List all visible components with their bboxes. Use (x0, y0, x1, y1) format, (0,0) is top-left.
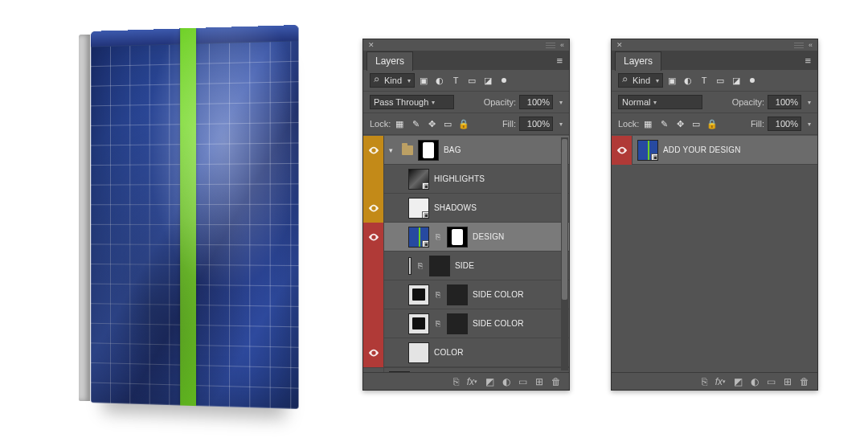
fill-field[interactable]: 100% (768, 117, 801, 131)
kind-filter[interactable]: Kind ▾ (370, 73, 415, 88)
lock-transparency-icon[interactable]: ▦ (394, 118, 405, 129)
visibility-toggle[interactable] (363, 165, 384, 194)
layer-thumbnail[interactable] (408, 284, 429, 305)
new-layer-icon[interactable]: ⊞ (535, 376, 543, 387)
blend-mode-select[interactable]: Normal ▾ (618, 95, 702, 109)
expand-toggle[interactable]: ▾ (389, 146, 397, 154)
visibility-toggle[interactable] (363, 252, 384, 280)
layer-shadows[interactable]: ▣ SHADOWS (363, 194, 569, 223)
tab-layers[interactable]: Layers (615, 51, 661, 71)
filter-adjustment-icon[interactable]: ◐ (434, 75, 445, 86)
layer-bag[interactable]: ▾ BAG (363, 136, 569, 165)
mask-thumbnail[interactable] (447, 227, 468, 248)
filter-type-icon[interactable]: T (450, 75, 461, 86)
chevron-down-icon: ▾ (656, 77, 659, 84)
filter-shape-icon[interactable]: ▭ (714, 75, 726, 86)
layer-add-your-design[interactable]: ▣ ADD YOUR DESIGN (612, 136, 817, 165)
layer-thumbnail[interactable] (408, 342, 429, 363)
layer-thumbnail[interactable]: ▣ (637, 140, 658, 161)
collapse-icon[interactable]: « (560, 41, 564, 49)
layer-side[interactable]: ⎘ SIDE (363, 252, 569, 280)
filter-pixel-icon[interactable]: ▣ (666, 75, 678, 86)
layer-thumbnail[interactable]: ▣ (408, 227, 429, 248)
new-group-icon[interactable]: ▭ (518, 376, 527, 387)
new-group-icon[interactable]: ▭ (767, 376, 776, 387)
layer-design[interactable]: ▣ ⎘ DESIGN (363, 223, 569, 252)
lock-artboard-icon[interactable]: ▭ (442, 118, 453, 129)
lock-all-icon[interactable]: 🔒 (458, 118, 469, 129)
filter-toggle[interactable] (750, 78, 755, 83)
visibility-toggle[interactable] (363, 194, 384, 223)
filter-type-icon[interactable]: T (698, 75, 710, 86)
delete-layer-icon[interactable]: 🗑 (800, 376, 809, 387)
panel-titlebar[interactable]: ✕ « (612, 39, 817, 51)
panel-titlebar[interactable]: ✕ « (363, 39, 569, 51)
layer-thumbnail[interactable]: ▣ (408, 198, 429, 219)
layer-mask-icon[interactable]: ◩ (734, 376, 743, 387)
lock-position-icon[interactable]: ✥ (674, 118, 686, 129)
eye-icon (616, 145, 628, 156)
lock-artboard-icon[interactable]: ▭ (690, 118, 702, 129)
tab-layers[interactable]: Layers (366, 51, 413, 71)
blend-row: Normal ▾ Opacity: 100% ▾ (612, 92, 817, 113)
delete-layer-icon[interactable]: 🗑 (551, 376, 561, 387)
layer-side-color-1[interactable]: ⎘ SIDE COLOR (363, 280, 569, 309)
scrollbar-thumb[interactable] (562, 139, 567, 300)
panel-grip[interactable] (794, 42, 804, 48)
lock-paint-icon[interactable]: ✎ (658, 118, 669, 129)
visibility-toggle[interactable] (363, 338, 384, 367)
adjustment-layer-icon[interactable]: ◐ (502, 376, 510, 387)
filter-adjustment-icon[interactable]: ◐ (682, 75, 694, 86)
filter-shape-icon[interactable]: ▭ (466, 75, 477, 86)
chevron-down-icon[interactable]: ▾ (559, 121, 563, 128)
layer-effects-icon[interactable]: fx▾ (715, 376, 726, 387)
chevron-down-icon[interactable]: ▾ (808, 99, 811, 106)
close-icon[interactable]: ✕ (616, 41, 623, 49)
layer-side-color-2[interactable]: ⎘ SIDE COLOR (363, 309, 569, 338)
mask-thumbnail[interactable] (429, 256, 450, 276)
panel-grip[interactable] (546, 42, 555, 48)
chevron-down-icon[interactable]: ▾ (559, 99, 563, 106)
visibility-toggle[interactable] (363, 223, 384, 252)
blend-mode-select[interactable]: Pass Through ▾ (370, 95, 454, 109)
visibility-toggle[interactable] (612, 136, 633, 165)
fill-label: Fill: (751, 119, 764, 129)
visibility-toggle[interactable] (363, 280, 384, 309)
visibility-toggle[interactable] (363, 309, 384, 338)
link-layers-icon[interactable]: ⎘ (702, 376, 707, 387)
panel-menu-icon[interactable]: ≡ (553, 53, 566, 68)
kind-label: Kind (633, 76, 650, 85)
filter-pixel-icon[interactable]: ▣ (418, 75, 429, 86)
layer-thumbnail[interactable] (408, 257, 411, 275)
scrollbar[interactable] (561, 137, 568, 370)
opacity-field[interactable]: 100% (768, 95, 801, 109)
mask-thumbnail[interactable] (447, 284, 468, 305)
layer-thumbnail[interactable] (408, 313, 429, 334)
layer-mask-icon[interactable]: ◩ (485, 376, 494, 387)
layer-effects-icon[interactable]: fx▾ (467, 376, 477, 387)
collapse-icon[interactable]: « (809, 41, 813, 49)
fill-field[interactable]: 100% (519, 117, 553, 131)
filter-smart-icon[interactable]: ◪ (482, 75, 493, 86)
mask-thumbnail[interactable] (447, 313, 468, 334)
close-icon[interactable]: ✕ (368, 41, 375, 49)
mask-thumbnail[interactable] (418, 140, 439, 161)
filter-smart-icon[interactable]: ◪ (731, 75, 742, 86)
layer-thumbnail[interactable]: ▣ (408, 169, 429, 190)
lock-all-icon[interactable]: 🔒 (706, 118, 718, 129)
lock-transparency-icon[interactable]: ▦ (642, 118, 653, 129)
filter-toggle[interactable] (502, 78, 506, 83)
panel-menu-icon[interactable]: ≡ (801, 53, 814, 68)
new-layer-icon[interactable]: ⊞ (784, 376, 792, 387)
kind-filter[interactable]: Kind ▾ (618, 73, 663, 88)
layers-panel-2: ✕ « Layers ≡ Kind ▾ ▣ ◐ T ▭ ◪ (611, 39, 818, 391)
layer-highlights[interactable]: ▣ HIGHLIGHTS (363, 165, 569, 194)
adjustment-layer-icon[interactable]: ◐ (751, 376, 759, 387)
link-layers-icon[interactable]: ⎘ (453, 376, 459, 387)
visibility-toggle[interactable] (363, 136, 384, 165)
opacity-field[interactable]: 100% (519, 95, 553, 109)
layer-color[interactable]: COLOR (363, 338, 569, 367)
lock-position-icon[interactable]: ✥ (426, 118, 437, 129)
lock-paint-icon[interactable]: ✎ (410, 118, 421, 129)
chevron-down-icon[interactable]: ▾ (808, 121, 811, 128)
